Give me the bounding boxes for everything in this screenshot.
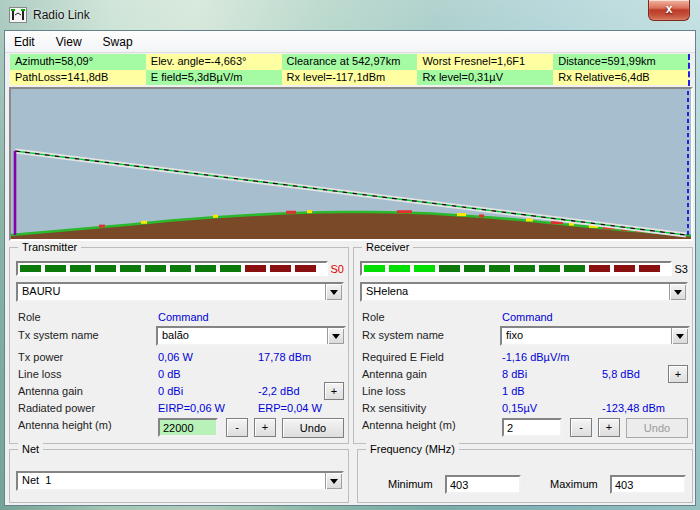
rx-antenna-gain-dbi: 8 dBi [502,368,527,380]
receiver-panel: Receiver S3 SHelena RoleCommand Rx syste… [353,247,693,444]
info-elev-angle: Elev. angle=-4,663° [146,54,282,70]
rx-required-efield-value: -1,16 dBµV/m [502,351,569,363]
path-profile-chart[interactable] [9,87,693,241]
menu-bar: Edit View Swap [5,31,695,53]
chevron-down-icon[interactable] [325,473,342,489]
tx-unit-combo[interactable]: BAURU [16,282,344,302]
menu-view[interactable]: View [47,31,91,53]
tx-s-unit-label: S0 [331,263,344,275]
info-rx-level-dbm: Rx level=-117,1dBm [282,70,418,86]
tx-antenna-gain-dbi: 0 dBi [158,385,183,397]
tx-eirp-value: EIRP=0,06 W [158,402,225,414]
app-icon [9,7,27,23]
tx-role-value: Command [158,311,209,323]
radio-link-window: Radio Link x Edit View Swap Azimuth=58,0… [0,0,700,510]
rx-signal-meter [360,261,672,276]
net-panel: Net Net 1 [9,449,349,503]
chevron-down-icon[interactable] [669,284,686,300]
tx-antenna-height-label: Antenna height (m) [18,419,112,431]
receiver-legend: Receiver [362,241,413,253]
net-combo[interactable]: Net 1 [16,471,344,491]
frequency-maximum-input[interactable] [610,475,686,494]
rx-antenna-gain-label: Antenna gain [362,368,427,380]
client-area: Edit View Swap Azimuth=58,09° Elev. angl… [4,30,696,506]
rx-antenna-pattern-button[interactable]: + [668,365,688,383]
transmitter-legend: Transmitter [18,241,81,253]
tx-undo-button[interactable]: Undo [282,418,344,438]
rx-sensitivity-dbm: -123,48 dBm [602,402,665,414]
tx-radiated-power-label: Radiated power [18,402,95,414]
info-row-2: PathLoss=141,8dB E field=5,3dBµV/m Rx le… [10,70,689,86]
rx-height-decrease-button[interactable]: - [570,418,592,437]
frequency-panel: Frequency (MHz) Minimum Maximum [357,449,693,503]
frequency-minimum-input[interactable] [445,475,521,494]
tx-power-label: Tx power [18,351,63,363]
receiver-cursor-line [688,54,690,86]
info-rx-relative: Rx Relative=6,4dB [553,70,689,86]
rx-height-increase-button[interactable]: + [598,418,620,437]
rx-s-unit-label: S3 [675,263,688,275]
rx-sensitivity-label: Rx sensitivity [362,402,426,414]
title-bar: Radio Link x [0,0,700,30]
rx-undo-button: Undo [626,418,688,438]
rx-system-combo[interactable]: fixo [500,326,690,346]
frequency-minimum-label: Minimum [388,478,433,490]
rx-antenna-height-label: Antenna height (m) [362,419,456,431]
tx-line-loss-value: 0 dB [158,368,181,380]
rx-role-value: Command [502,311,553,323]
info-clearance: Clearance at 542,97km [282,54,418,70]
rx-required-efield-label: Required E Field [362,351,444,363]
chevron-down-icon[interactable] [325,284,342,300]
rx-antenna-gain-dbd: 5,8 dBd [602,368,640,380]
tx-height-increase-button[interactable]: + [254,418,276,437]
tx-power-dbm: 17,78 dBm [258,351,311,363]
tx-antenna-pattern-button[interactable]: + [324,382,344,400]
menu-swap[interactable]: Swap [94,31,142,53]
menu-edit[interactable]: Edit [5,31,44,53]
tx-role-label: Role [18,311,41,323]
info-rx-level-uv: Rx level=0,31µV [417,70,553,86]
rx-line-loss-value: 1 dB [502,385,525,397]
tx-erp-value: ERP=0,04 W [258,402,322,414]
tx-power-watts: 0,06 W [158,351,193,363]
net-legend: Net [18,443,43,455]
transmitter-panel: Transmitter S0 BAURU RoleCommand Tx syst… [9,247,349,444]
info-distance: Distance=591,99km [553,54,689,70]
info-worst-fresnel: Worst Fresnel=1,6F1 [417,54,553,70]
tx-antenna-gain-label: Antenna gain [18,385,83,397]
close-button[interactable]: x [648,0,690,21]
tx-system-label: Tx system name [18,329,99,341]
chevron-down-icon[interactable] [327,328,344,344]
tx-height-decrease-button[interactable]: - [226,418,248,437]
tx-antenna-height-input[interactable] [158,418,218,437]
profile-svg [11,89,691,239]
rx-sensitivity-uv: 0,15µV [502,402,537,414]
info-azimuth: Azimuth=58,09° [10,54,146,70]
info-e-field: E field=5,3dBµV/m [146,70,282,86]
rx-system-label: Rx system name [362,329,444,341]
rx-unit-combo[interactable]: SHelena [360,282,688,302]
rx-role-label: Role [362,311,385,323]
rx-line-loss-label: Line loss [362,385,405,397]
tx-line-loss-label: Line loss [18,368,61,380]
tx-system-combo[interactable]: balão [156,326,346,346]
info-pathloss: PathLoss=141,8dB [10,70,146,86]
link-info-grid: Azimuth=58,09° Elev. angle=-4,663° Clear… [10,54,689,85]
tx-signal-meter [16,261,328,276]
chevron-down-icon[interactable] [671,328,688,344]
info-row-1: Azimuth=58,09° Elev. angle=-4,663° Clear… [10,54,689,70]
frequency-legend: Frequency (MHz) [366,443,459,455]
frequency-maximum-label: Maximum [550,478,598,490]
tx-antenna-gain-dbd: -2,2 dBd [258,385,300,397]
rx-antenna-height-input[interactable] [502,418,562,437]
window-title: Radio Link [33,8,90,22]
